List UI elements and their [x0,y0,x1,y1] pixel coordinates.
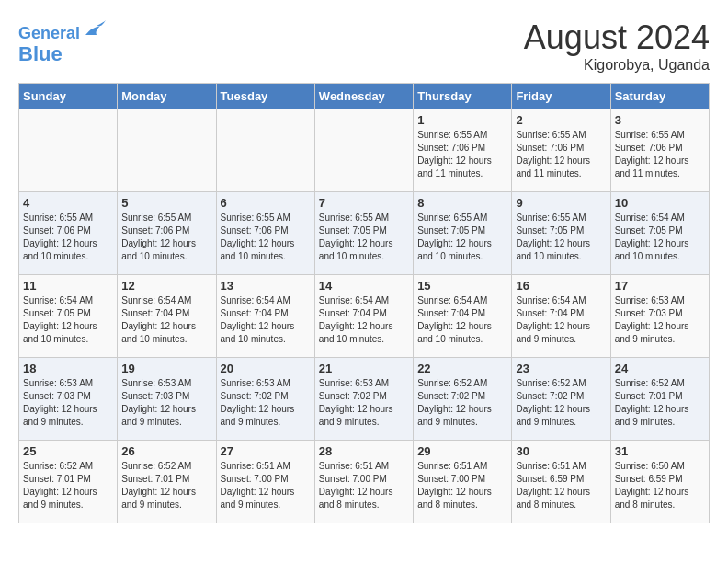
calendar-cell: 3Sunrise: 6:55 AM Sunset: 7:06 PM Daylig… [610,109,709,192]
calendar-cell: 31Sunrise: 6:50 AM Sunset: 6:59 PM Dayli… [610,441,709,523]
calendar-cell [118,109,216,192]
calendar-cell: 26Sunrise: 6:52 AM Sunset: 7:01 PM Dayli… [118,441,216,523]
day-number: 23 [516,362,606,375]
calendar-cell: 18Sunrise: 6:53 AM Sunset: 7:03 PM Dayli… [19,358,118,441]
day-number: 28 [319,444,409,458]
calendar-cell: 5Sunrise: 6:55 AM Sunset: 7:06 PM Daylig… [118,192,216,275]
day-info: Sunrise: 6:55 AM Sunset: 7:06 PM Dayligh… [417,129,507,180]
day-info: Sunrise: 6:51 AM Sunset: 6:59 PM Dayligh… [516,460,606,511]
calendar-cell: 7Sunrise: 6:55 AM Sunset: 7:05 PM Daylig… [314,192,413,275]
day-info: Sunrise: 6:55 AM Sunset: 7:06 PM Dayligh… [121,212,211,263]
day-info: Sunrise: 6:52 AM Sunset: 7:01 PM Dayligh… [615,377,705,429]
day-number: 12 [121,279,211,293]
day-number: 2 [516,113,606,127]
day-number: 15 [417,279,507,293]
weekday-header-saturday: Saturday [610,84,709,109]
day-info: Sunrise: 6:55 AM Sunset: 7:06 PM Dayligh… [221,212,311,263]
day-info: Sunrise: 6:53 AM Sunset: 7:02 PM Dayligh… [221,377,311,429]
calendar-cell: 25Sunrise: 6:52 AM Sunset: 7:01 PM Dayli… [19,441,118,523]
weekday-header-friday: Friday [512,84,610,109]
day-number: 22 [417,362,507,375]
day-number: 4 [23,196,113,210]
day-number: 9 [516,196,606,210]
calendar-cell: 27Sunrise: 6:51 AM Sunset: 7:00 PM Dayli… [216,441,314,523]
weekday-header-monday: Monday [118,84,216,109]
calendar-cell: 8Sunrise: 6:55 AM Sunset: 7:05 PM Daylig… [414,192,512,275]
day-number: 20 [221,362,311,375]
day-info: Sunrise: 6:52 AM Sunset: 7:02 PM Dayligh… [417,377,507,429]
page-header: General Blue August 2024 Kigorobya, Ugan… [18,18,710,74]
day-info: Sunrise: 6:52 AM Sunset: 7:02 PM Dayligh… [516,377,606,429]
day-number: 6 [221,196,311,210]
day-number: 8 [417,196,507,210]
weekday-header-wednesday: Wednesday [314,84,413,109]
day-info: Sunrise: 6:54 AM Sunset: 7:04 PM Dayligh… [417,294,507,346]
calendar-cell: 19Sunrise: 6:53 AM Sunset: 7:03 PM Dayli… [118,358,216,441]
weekday-header-thursday: Thursday [414,84,512,109]
day-info: Sunrise: 6:53 AM Sunset: 7:03 PM Dayligh… [121,377,211,429]
day-number: 29 [417,444,507,458]
calendar-cell: 24Sunrise: 6:52 AM Sunset: 7:01 PM Dayli… [610,358,709,441]
day-info: Sunrise: 6:54 AM Sunset: 7:04 PM Dayligh… [221,294,311,346]
day-number: 3 [615,113,705,127]
day-number: 16 [516,279,606,293]
day-number: 27 [221,444,311,458]
day-info: Sunrise: 6:54 AM Sunset: 7:05 PM Dayligh… [23,294,113,346]
calendar-cell: 16Sunrise: 6:54 AM Sunset: 7:04 PM Dayli… [512,275,610,358]
day-info: Sunrise: 6:54 AM Sunset: 7:05 PM Dayligh… [615,212,705,263]
calendar-cell: 9Sunrise: 6:55 AM Sunset: 7:05 PM Daylig… [512,192,610,275]
day-info: Sunrise: 6:55 AM Sunset: 7:05 PM Dayligh… [417,212,507,263]
day-number: 21 [319,362,409,375]
day-info: Sunrise: 6:51 AM Sunset: 7:00 PM Dayligh… [417,460,507,511]
calendar-cell: 30Sunrise: 6:51 AM Sunset: 6:59 PM Dayli… [512,441,610,523]
day-info: Sunrise: 6:50 AM Sunset: 6:59 PM Dayligh… [615,460,705,511]
day-number: 24 [615,362,705,375]
calendar-table: SundayMondayTuesdayWednesdayThursdayFrid… [18,83,710,523]
calendar-week-row: 18Sunrise: 6:53 AM Sunset: 7:03 PM Dayli… [19,358,710,441]
calendar-cell: 29Sunrise: 6:51 AM Sunset: 7:00 PM Dayli… [414,441,512,523]
month-title: August 2024 [524,18,710,57]
day-info: Sunrise: 6:54 AM Sunset: 7:04 PM Dayligh… [319,294,409,346]
day-number: 26 [121,444,211,458]
calendar-cell: 22Sunrise: 6:52 AM Sunset: 7:02 PM Dayli… [414,358,512,441]
day-number: 17 [615,279,705,293]
calendar-cell [314,109,413,192]
day-info: Sunrise: 6:51 AM Sunset: 7:00 PM Dayligh… [221,460,311,511]
day-info: Sunrise: 6:55 AM Sunset: 7:05 PM Dayligh… [319,212,409,263]
title-block: August 2024 Kigorobya, Uganda [524,18,710,74]
calendar-cell: 2Sunrise: 6:55 AM Sunset: 7:06 PM Daylig… [512,109,610,192]
calendar-cell: 12Sunrise: 6:54 AM Sunset: 7:04 PM Dayli… [118,275,216,358]
day-number: 11 [23,279,113,293]
calendar-week-row: 25Sunrise: 6:52 AM Sunset: 7:01 PM Dayli… [19,441,710,523]
calendar-cell: 20Sunrise: 6:53 AM Sunset: 7:02 PM Dayli… [216,358,314,441]
calendar-cell [216,109,314,192]
calendar-cell: 28Sunrise: 6:51 AM Sunset: 7:00 PM Dayli… [314,441,413,523]
day-info: Sunrise: 6:53 AM Sunset: 7:02 PM Dayligh… [319,377,409,429]
calendar-cell: 17Sunrise: 6:53 AM Sunset: 7:03 PM Dayli… [610,275,709,358]
day-number: 19 [121,362,211,375]
location: Kigorobya, Uganda [524,57,710,74]
day-number: 25 [23,444,113,458]
calendar-cell: 10Sunrise: 6:54 AM Sunset: 7:05 PM Dayli… [610,192,709,275]
calendar-week-row: 11Sunrise: 6:54 AM Sunset: 7:05 PM Dayli… [19,275,710,358]
day-info: Sunrise: 6:55 AM Sunset: 7:06 PM Dayligh… [23,212,113,263]
day-number: 31 [615,444,705,458]
weekday-header-sunday: Sunday [19,84,118,109]
day-number: 18 [23,362,113,375]
logo-general: General [18,24,80,42]
day-info: Sunrise: 6:53 AM Sunset: 7:03 PM Dayligh… [615,294,705,346]
calendar-week-row: 4Sunrise: 6:55 AM Sunset: 7:06 PM Daylig… [19,192,710,275]
day-info: Sunrise: 6:55 AM Sunset: 7:06 PM Dayligh… [516,129,606,180]
day-info: Sunrise: 6:55 AM Sunset: 7:06 PM Dayligh… [615,129,705,180]
logo-blue: Blue [18,42,63,65]
day-info: Sunrise: 6:52 AM Sunset: 7:01 PM Dayligh… [121,460,211,511]
day-number: 5 [121,196,211,210]
calendar-cell: 14Sunrise: 6:54 AM Sunset: 7:04 PM Dayli… [314,275,413,358]
calendar-cell: 23Sunrise: 6:52 AM Sunset: 7:02 PM Dayli… [512,358,610,441]
day-info: Sunrise: 6:55 AM Sunset: 7:05 PM Dayligh… [516,212,606,263]
weekday-header-row: SundayMondayTuesdayWednesdayThursdayFrid… [19,84,710,109]
calendar-cell: 13Sunrise: 6:54 AM Sunset: 7:04 PM Dayli… [216,275,314,358]
calendar-week-row: 1Sunrise: 6:55 AM Sunset: 7:06 PM Daylig… [19,109,710,192]
day-info: Sunrise: 6:52 AM Sunset: 7:01 PM Dayligh… [23,460,113,511]
calendar-cell: 15Sunrise: 6:54 AM Sunset: 7:04 PM Dayli… [414,275,512,358]
